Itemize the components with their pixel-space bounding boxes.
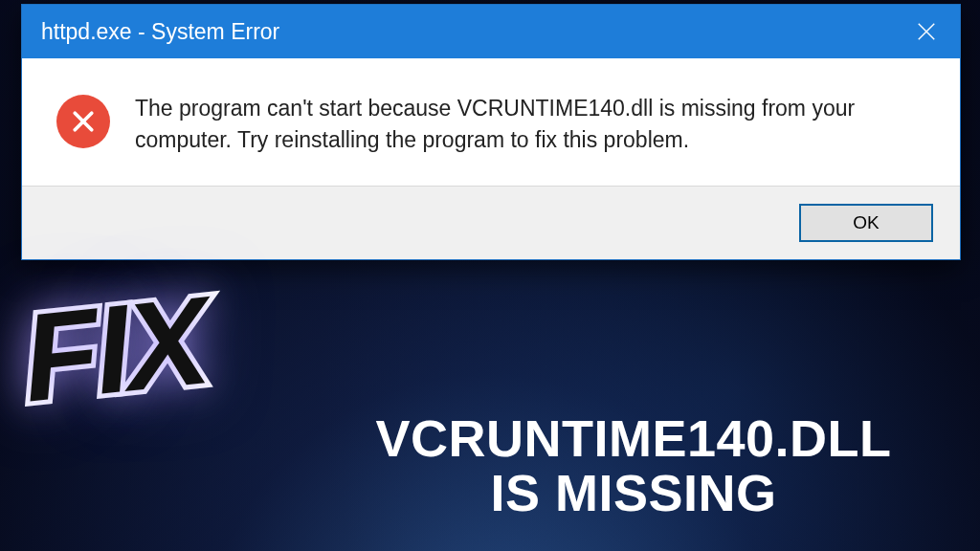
- titlebar[interactable]: httpd.exe - System Error: [22, 5, 960, 58]
- dialog-body: The program can't start because VCRUNTIM…: [22, 58, 960, 186]
- caption-line-2: IS MISSING: [306, 466, 961, 520]
- ok-button[interactable]: OK: [799, 204, 933, 242]
- error-icon: [56, 95, 110, 148]
- caption-line-1: VCRUNTIME140.DLL: [306, 411, 961, 466]
- error-message: The program can't start because VCRUNTIM…: [135, 93, 925, 157]
- fix-badge: FIX: [17, 277, 212, 420]
- window-title: httpd.exe - System Error: [41, 19, 893, 45]
- button-row: OK: [22, 186, 960, 259]
- error-dialog: httpd.exe - System Error The program can…: [21, 4, 961, 260]
- close-button[interactable]: [893, 5, 960, 58]
- close-icon: [916, 21, 937, 42]
- caption-text: VCRUNTIME140.DLL IS MISSING: [306, 411, 961, 519]
